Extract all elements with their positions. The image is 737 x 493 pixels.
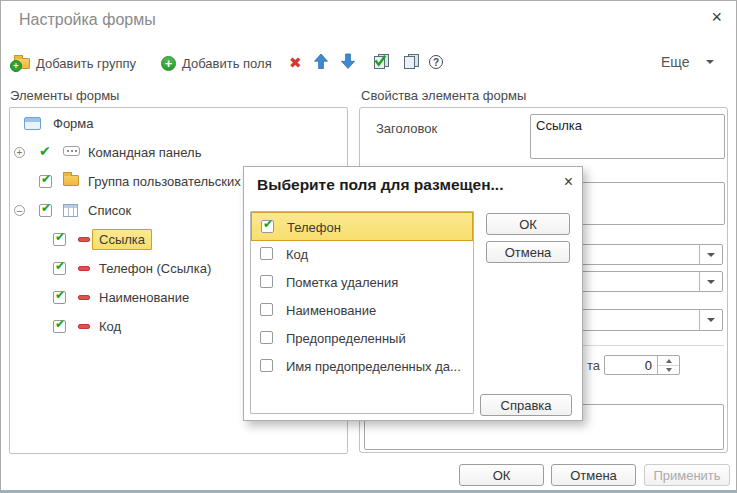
apply-button[interactable]: Применить [644,464,730,486]
tree-item-label: Ссылка [92,229,152,250]
help-icon[interactable]: ? [429,55,443,69]
chevron-down-icon [707,280,715,284]
checkbox-checked-icon[interactable]: ✔ [53,320,66,333]
tree-item-label: Командная панель [88,145,201,160]
checkbox-checked-icon[interactable]: ✔ [261,220,274,233]
element-properties-header: Свойства элемента формы [361,88,526,103]
checkbox-checked-icon[interactable]: ✔ [53,291,66,304]
dialog-close-icon[interactable]: × [564,173,573,191]
title-property-label: Заголовок [376,121,437,136]
check-mark-icon: ✔ [55,317,65,331]
checkbox-unchecked-icon[interactable] [260,247,273,260]
height-spinner-value[interactable]: 0 [605,356,657,374]
checkbox-checked-icon[interactable]: ✔ [53,262,66,275]
window-title: Настройка формы [19,11,156,29]
field-list-item[interactable]: Пометка удаления [251,268,473,296]
add-group-label: Добавить группу [36,56,136,71]
add-fields-button[interactable]: + Добавить поля [161,52,272,74]
tree-item-label: Телефон (Ссылка) [99,261,211,276]
dash-icon [78,237,90,242]
fields-listbox[interactable]: ✔ТелефонКодПометка удаленияНаименованиеП… [250,211,474,414]
folder-plus-icon [14,58,30,69]
field-item-label: Телефон [287,220,341,235]
collapse-icon[interactable]: – [14,205,25,216]
checked-mark-icon[interactable]: ✔ [39,143,51,159]
check-mark-icon: ✔ [55,288,65,302]
window-close-icon[interactable]: × [711,7,722,27]
tree-item-label: Код [99,319,121,334]
field-list-item[interactable]: Имя предопределенных да... [251,352,473,380]
select-fields-dialog: Выберите поля для размещен... × ✔Телефон… [243,166,583,421]
checkbox-unchecked-icon[interactable] [260,275,273,288]
dialog-help-button[interactable]: Справка [480,394,572,416]
check-mark-icon: ✔ [41,201,51,215]
plus-circle-icon: + [161,56,176,71]
form-elements-header: Элементы формы [10,88,119,103]
move-down-icon[interactable] [340,53,356,73]
checkbox-checked-icon[interactable]: ✔ [39,204,52,217]
dialog-ok-button[interactable]: ОК [486,213,570,235]
field-list-item[interactable]: ✔Телефон [251,212,473,241]
form-settings-window: Настройка формы × Добавить группу + Доба… [0,0,737,493]
field-item-label: Пометка удаления [286,275,398,290]
dialog-title: Выберите поля для размещен... [257,176,503,194]
checkbox-checked-icon[interactable]: ✔ [53,233,66,246]
checkbox-unchecked-icon[interactable] [260,303,273,316]
tree-item[interactable]: +✔Командная панель [10,138,347,167]
dropdown-arrow-section[interactable] [699,310,722,330]
title-property-input[interactable]: Ссылка [530,114,725,159]
dash-icon [78,324,90,329]
check-all-icon[interactable] [372,53,391,73]
tree-item-label: Форма [53,116,94,131]
height-spinner[interactable]: 0 [604,355,680,375]
form-icon [24,117,41,130]
folder-icon [63,175,79,186]
spinner-buttons [657,356,679,374]
chevron-down-icon [707,253,715,257]
check-mark-icon: ✔ [55,230,65,244]
chevron-down-icon [707,318,715,322]
tree-item-label: Список [88,203,131,218]
more-menu-button[interactable]: Еще [661,54,714,70]
checkbox-unchecked-icon[interactable] [260,331,273,344]
field-list-item[interactable]: Предопределенный [251,324,473,352]
ok-button[interactable]: ОК [459,464,544,486]
tree-item[interactable]: Форма [10,109,347,138]
check-mark-icon: ✔ [55,259,65,273]
checkbox-checked-icon[interactable]: ✔ [39,175,52,188]
expand-icon[interactable]: + [14,147,25,158]
tree-item-label: Группа пользовательских [88,174,241,189]
dropdown-arrow-section[interactable] [699,245,722,264]
uncheck-all-icon[interactable] [402,53,421,73]
check-mark-icon: ✔ [263,217,273,231]
cancel-button[interactable]: Отмена [551,464,636,486]
checkbox-unchecked-icon[interactable] [260,359,273,372]
add-fields-label: Добавить поля [182,56,272,71]
field-item-label: Имя предопределенных да... [286,359,461,374]
tree-item-label: Наименование [99,290,189,305]
dialog-cancel-button[interactable]: Отмена [486,241,570,263]
delete-icon[interactable]: ✖ [289,54,302,72]
add-group-button[interactable]: Добавить группу [14,52,136,74]
move-up-icon[interactable] [313,53,329,73]
chevron-down-icon [706,60,714,64]
check-mark-icon: ✔ [41,172,51,186]
field-item-label: Наименование [286,303,376,318]
command-bar-icon [63,146,80,156]
field-list-item[interactable]: Код [251,240,473,268]
field-item-label: Предопределенный [286,331,406,346]
dash-icon [78,266,90,271]
dash-icon [78,295,90,300]
spinner-down-icon[interactable] [658,365,679,374]
table-icon [63,204,78,217]
dropdown-arrow-section[interactable] [699,272,722,291]
field-list-item[interactable]: Наименование [251,296,473,324]
fields-rows-container: ✔ТелефонКодПометка удаленияНаименованиеП… [251,212,473,413]
field-item-label: Код [286,247,308,262]
more-menu-label: Еще [661,54,690,70]
